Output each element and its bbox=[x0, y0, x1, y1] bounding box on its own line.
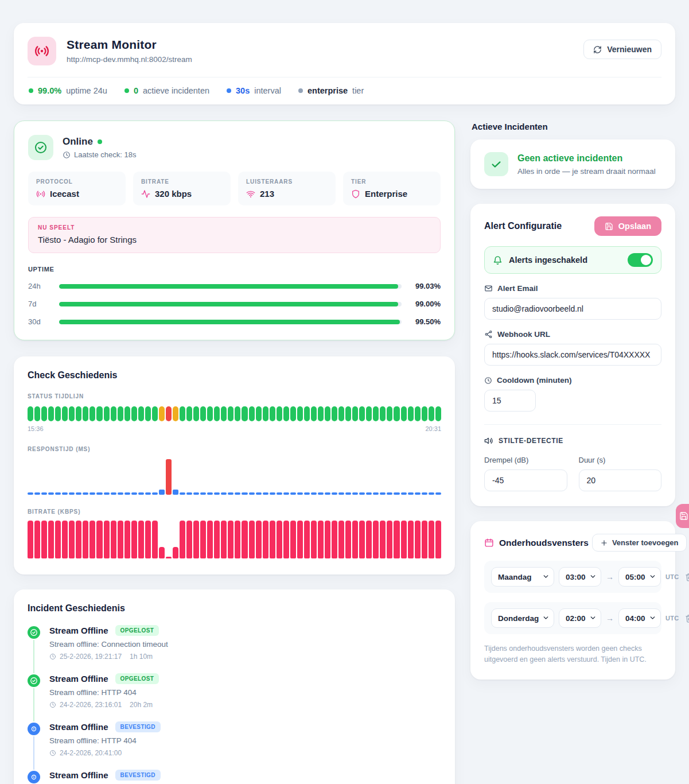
save-button[interactable]: Opslaan bbox=[594, 216, 661, 236]
bitrate-bar bbox=[408, 521, 414, 558]
alert-email-input[interactable]: studio@radiovoorbeeld.nl bbox=[484, 298, 661, 320]
webhook-icon bbox=[484, 330, 493, 339]
status-block-ok bbox=[62, 406, 68, 421]
status-block-ok bbox=[415, 406, 421, 421]
status-block-ok bbox=[429, 406, 434, 421]
incident-connector bbox=[33, 736, 34, 770]
status-block-ok bbox=[297, 406, 303, 421]
response-bar bbox=[325, 492, 330, 495]
day-select[interactable]: Maandag bbox=[491, 567, 554, 587]
bitrate-bar bbox=[41, 521, 47, 558]
status-block-ok bbox=[256, 406, 262, 421]
duration-input[interactable]: 20 bbox=[579, 469, 662, 491]
webhook-url-input[interactable]: https://hooks.slack.com/services/T04XXXX… bbox=[484, 344, 661, 366]
delete-window-button[interactable] bbox=[684, 572, 689, 583]
response-bar bbox=[214, 492, 220, 495]
response-bar bbox=[76, 492, 81, 495]
response-bar bbox=[352, 492, 358, 495]
response-bar bbox=[283, 492, 289, 495]
now-playing-song: Tiësto - Adagio for Strings bbox=[38, 235, 431, 244]
divider bbox=[484, 424, 661, 425]
end-time-select[interactable]: 04:00 bbox=[618, 608, 661, 628]
response-bar bbox=[366, 492, 372, 495]
status-state: Online bbox=[63, 136, 93, 148]
end-time-select[interactable]: 05:00 bbox=[618, 567, 661, 587]
add-window-button[interactable]: Venster toevoegen bbox=[592, 534, 687, 552]
response-bar bbox=[193, 492, 199, 495]
incident-time: 24-2-2026, 23:16:01 bbox=[60, 701, 122, 709]
status-block-ok bbox=[249, 406, 255, 421]
refresh-button[interactable]: Vernieuwen bbox=[583, 40, 661, 59]
incident-title: Stream Offline bbox=[49, 626, 108, 635]
stat-label-text: interval bbox=[254, 86, 281, 95]
header-stats-row: 99.0%uptime 24u0actieve incidenten30sint… bbox=[28, 77, 661, 104]
now-playing-label: NU SPEELT bbox=[38, 224, 431, 231]
clock-icon bbox=[49, 750, 56, 756]
timezone-label: UTC bbox=[665, 573, 679, 580]
start-time-select[interactable]: 02:00 bbox=[559, 608, 601, 628]
confirmed-icon bbox=[28, 771, 40, 783]
refresh-icon bbox=[593, 45, 602, 54]
bitrate-bar bbox=[118, 521, 123, 558]
response-bar bbox=[242, 492, 247, 495]
alert-email-label: Alert Email bbox=[497, 284, 538, 293]
incident-body: Stream OfflineBEVESTIGDStream offline: H… bbox=[49, 721, 161, 757]
bitrate-bar bbox=[96, 521, 102, 558]
status-block-ok bbox=[186, 406, 192, 421]
bitrate-bar bbox=[55, 521, 61, 558]
incident-duration: 20h 2m bbox=[130, 701, 153, 709]
stream-stat-box: TIEREnterprise bbox=[343, 172, 441, 205]
page-title: Stream Monitor bbox=[67, 38, 573, 52]
status-block-ok bbox=[96, 406, 102, 421]
status-block-ok bbox=[277, 406, 282, 421]
response-bar bbox=[380, 492, 386, 495]
floating-save-button[interactable] bbox=[676, 504, 689, 528]
refresh-label: Vernieuwen bbox=[607, 45, 652, 54]
bitrate-bar bbox=[207, 521, 213, 558]
bitrate-bar bbox=[214, 521, 220, 558]
incident-item: Stream OfflineBEVESTIGDStream offline: H… bbox=[28, 721, 441, 770]
no-incidents-subtitle: Alles in orde — je stream draait normaal bbox=[517, 167, 656, 176]
bitrate-bar bbox=[270, 521, 275, 558]
status-block-ok bbox=[263, 406, 268, 421]
response-chart-label: RESPONSTIJD (MS) bbox=[28, 446, 441, 452]
header-stat: 99.0%uptime 24u bbox=[29, 86, 107, 95]
arrow-right-icon: → bbox=[606, 614, 614, 623]
response-bar bbox=[332, 492, 337, 495]
bitrate-bar bbox=[283, 521, 289, 558]
status-block-ok bbox=[332, 406, 337, 421]
stream-stat-label: TIER bbox=[351, 178, 433, 185]
response-bar bbox=[415, 492, 421, 495]
incident-message: Stream offline: Connection timeout bbox=[49, 640, 168, 649]
bitrate-bar bbox=[318, 521, 324, 558]
check-icon bbox=[484, 152, 508, 176]
stat-dot bbox=[227, 88, 231, 93]
status-block-ok bbox=[235, 406, 240, 421]
header-stat: 0actieve incidenten bbox=[124, 86, 209, 95]
threshold-input[interactable]: -45 bbox=[484, 469, 567, 491]
status-block-ok bbox=[387, 406, 392, 421]
status-block-ok bbox=[89, 406, 95, 421]
response-bar bbox=[345, 492, 351, 495]
stat-label-text: actieve incidenten bbox=[143, 86, 209, 95]
start-time-select[interactable]: 03:00 bbox=[559, 567, 601, 587]
stat-value-text: enterprise bbox=[307, 86, 348, 95]
cooldown-input[interactable]: 15 bbox=[484, 390, 536, 412]
bell-icon bbox=[493, 255, 503, 265]
delete-window-button[interactable] bbox=[684, 613, 689, 624]
status-block-ok bbox=[352, 406, 358, 421]
alerts-enabled-toggle[interactable] bbox=[628, 253, 653, 267]
uptime-bar-fill bbox=[59, 302, 398, 306]
uptime-row: 7d99.00% bbox=[28, 300, 441, 308]
day-select[interactable]: Donderdag bbox=[491, 608, 554, 628]
status-block-ok bbox=[145, 406, 151, 421]
stat-value-text: 0 bbox=[134, 86, 138, 95]
incident-item: Stream OfflineOPGELOSTStream offline: Co… bbox=[28, 625, 441, 673]
bitrate-bar bbox=[69, 521, 75, 558]
maintenance-note: Tijdens onderhoudsvensters worden geen c… bbox=[484, 643, 661, 666]
uptime-bar-fill bbox=[59, 284, 398, 289]
timezone-label: UTC bbox=[665, 615, 679, 622]
bitrate-bar bbox=[104, 521, 110, 558]
status-block-ok bbox=[228, 406, 233, 421]
stream-stat-value: Enterprise bbox=[351, 189, 433, 199]
